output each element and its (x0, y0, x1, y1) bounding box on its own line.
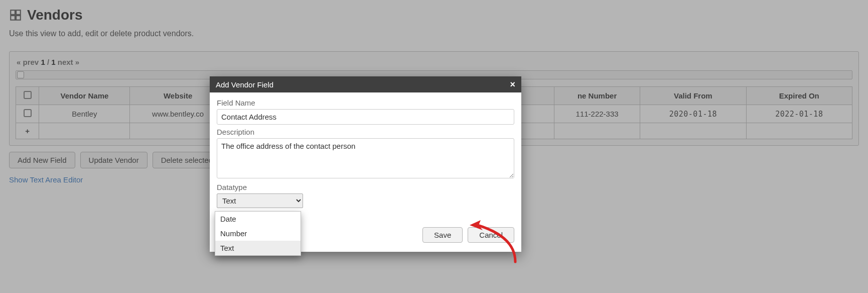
pager-current: 1 (41, 58, 45, 66)
col-vendor-name[interactable]: Vendor Name (39, 87, 130, 105)
field-name-input[interactable] (217, 109, 514, 125)
pager: « prev 1 / 1 next » (17, 58, 852, 66)
datatype-select[interactable]: Text (217, 193, 303, 208)
datatype-label: Datatype (217, 183, 514, 191)
col-expired-on[interactable]: Expired On (746, 87, 852, 105)
pager-total: 1 (51, 58, 55, 66)
datatype-option-text[interactable]: Text (215, 241, 301, 255)
col-valid-from[interactable]: Valid From (640, 87, 746, 105)
grid-icon (9, 9, 22, 22)
cell-vendor-name[interactable]: Bentley (39, 105, 130, 123)
cancel-button[interactable]: Cancel (468, 227, 514, 243)
col-phone[interactable]: ne Number (554, 87, 640, 105)
cell-valid-from[interactable]: 2020-01-18 (640, 105, 746, 123)
datatype-option-number[interactable]: Number (215, 226, 301, 241)
svg-rect-2 (11, 16, 15, 20)
datatype-option-date[interactable]: Date (215, 212, 301, 226)
page-title: Vendors (27, 7, 82, 23)
scrollbar-thumb[interactable] (17, 71, 24, 78)
page-subtitle: Use this view to add, edit or delete pro… (9, 29, 859, 38)
pager-sep: / (47, 58, 49, 66)
description-label: Description (217, 128, 514, 136)
add-new-field-button[interactable]: Add New Field (9, 152, 75, 168)
dialog-title: Add Vendor Field (216, 80, 273, 89)
save-button[interactable]: Save (422, 227, 463, 243)
row-checkbox[interactable] (24, 109, 32, 117)
svg-rect-3 (16, 16, 21, 20)
field-name-label: Field Name (217, 99, 514, 107)
description-textarea[interactable]: The office address of the contact person (217, 138, 514, 178)
plus-icon[interactable]: + (16, 123, 39, 139)
svg-rect-1 (16, 10, 21, 15)
update-vendor-button[interactable]: Update Vendor (80, 152, 148, 168)
pager-prev[interactable]: « prev (17, 58, 39, 66)
cell-expired-on[interactable]: 2022-01-18 (746, 105, 852, 123)
checkbox-icon[interactable] (24, 91, 32, 99)
close-icon[interactable]: × (510, 80, 515, 89)
cell-phone[interactable]: 111-222-333 (554, 105, 640, 123)
datatype-dropdown-list[interactable]: Date Number Text (215, 211, 301, 256)
svg-rect-0 (11, 10, 15, 15)
col-checkbox-header (16, 87, 39, 105)
pager-next[interactable]: next » (58, 58, 79, 66)
show-text-area-editor-link[interactable]: Show Text Area Editor (9, 175, 83, 184)
